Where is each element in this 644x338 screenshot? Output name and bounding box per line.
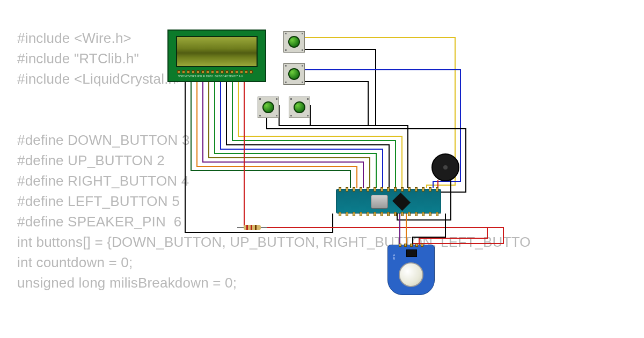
lcd-screen: [176, 36, 258, 67]
rtc-ic-icon: [406, 249, 417, 257]
resistor[interactable]: [237, 225, 267, 230]
piezo-buzzer[interactable]: [431, 153, 459, 181]
pushbutton-down[interactable]: [283, 63, 305, 85]
pushbutton-knob: [288, 36, 300, 48]
circuit-canvas: #include <Wire.h> #include "RTClib.h" #i…: [0, 0, 644, 338]
lcd-pin-labels: VSDVDV0RS RW E D0D1 D2D3D4D5D6D7 A K: [178, 75, 244, 78]
buzzer-hole: [443, 165, 448, 170]
pushbutton-knob: [294, 101, 305, 113]
pushbutton-up[interactable]: [283, 31, 305, 53]
lcd-16x2[interactable]: VSDVDV0RS RW E D0D1 D2D3D4D5D6D7 A K: [167, 30, 266, 82]
mcu-chip-icon: [392, 193, 411, 211]
rtc-module[interactable]: RTC: [387, 245, 435, 295]
pushbutton-right[interactable]: [289, 97, 310, 118]
rtc-label: RTC: [392, 254, 396, 260]
pushbutton-knob: [288, 68, 300, 80]
pushbutton-knob: [262, 101, 274, 113]
usb-connector-icon: [371, 195, 388, 209]
pushbutton-left[interactable]: [258, 97, 279, 118]
coin-cell-icon: [399, 262, 423, 287]
arduino-nano[interactable]: [336, 189, 441, 214]
lcd-pin-header: [177, 70, 257, 74]
